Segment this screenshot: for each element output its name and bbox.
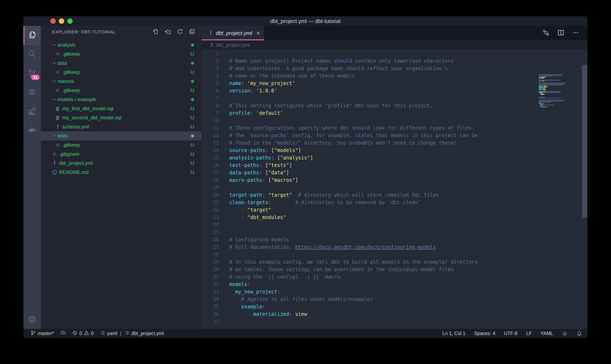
code-line-6[interactable]: 6version: '1.0.0' <box>202 87 587 94</box>
minimap-line <box>543 91 545 92</box>
activity-extensions[interactable] <box>23 102 41 121</box>
minimap[interactable] <box>538 73 582 110</box>
code-line-15[interactable]: 15analysis-paths: ["analysis"] <box>202 154 587 162</box>
activity-debug[interactable] <box>23 83 41 102</box>
code-line-19[interactable]: 19 <box>202 184 587 191</box>
code-line-7[interactable]: 7 <box>202 94 587 102</box>
code-line-4[interactable]: 4# name or the intended use of these mod… <box>202 72 587 80</box>
code-line-16[interactable]: 16test-paths: ["tests"] <box>202 162 587 169</box>
tree-item--gitignore[interactable]: .gitignoreU <box>41 150 202 159</box>
eol-sequence[interactable]: LF <box>526 331 532 336</box>
minimap-line <box>539 103 541 104</box>
code-line-18[interactable]: 18macro-paths: ["macros"] <box>202 176 587 184</box>
code-line-24[interactable]: 24 <box>202 221 587 229</box>
minimap-line <box>539 100 565 101</box>
minimize-window-button[interactable] <box>59 18 64 24</box>
tree-item-macros[interactable]: macros <box>41 77 202 86</box>
code-line-3[interactable]: 3# and underscores. A good package name … <box>202 65 587 72</box>
close-window-button[interactable] <box>50 18 56 24</box>
code-line-30[interactable]: 30# as tables. These settings can be ove… <box>202 266 587 273</box>
git-branch-item[interactable]: master* <box>30 330 54 337</box>
code-line-1[interactable]: 1 <box>202 50 587 57</box>
yaml-warning-icon: ! <box>209 30 212 36</box>
breadcrumb-file[interactable]: dbt_project.yml <box>216 42 250 48</box>
tree-item-data[interactable]: data <box>41 59 202 68</box>
code-line-29[interactable]: 29# In this example config, we tell dbt … <box>202 258 587 266</box>
code-line-26[interactable]: 26# Configuring models <box>202 236 587 243</box>
code-editor[interactable]: 12# Name your project! Project names sho… <box>202 50 587 329</box>
editor-scrollbar-thumb[interactable] <box>582 65 587 218</box>
code-line-37[interactable]: 37 <box>202 318 587 325</box>
more-actions-icon[interactable] <box>572 29 580 37</box>
tab-dbt-project-yml[interactable]: ! dbt_project.yml × <box>202 26 264 40</box>
indentation[interactable]: Spaces: 4 <box>474 331 495 336</box>
tree-item-dbt-project-yml[interactable]: !dbt_project.ymlU <box>41 159 202 168</box>
code-line-22[interactable]: 22 - "target" <box>202 206 587 214</box>
line-number: 7 <box>202 94 219 102</box>
modified-dot <box>191 80 194 83</box>
code-line-12[interactable]: 12# The `source-paths` config, for examp… <box>202 132 587 139</box>
line-number: 29 <box>202 258 219 266</box>
sync-changes-item[interactable] <box>60 330 66 337</box>
problems-item[interactable]: 0 0 <box>72 330 94 337</box>
tree-item-analysis[interactable]: analysis <box>41 40 202 50</box>
split-editor-icon[interactable] <box>557 29 565 37</box>
collapse-folders-icon[interactable] <box>189 28 195 36</box>
minimap-line <box>541 78 542 78</box>
tree-item-readme-md[interactable]: README.mdU <box>41 168 202 177</box>
tree-item--gitkeep[interactable]: .gitkeepU <box>41 68 202 77</box>
code-line-9[interactable]: 9profile: 'default' <box>202 109 587 117</box>
git-file-icon <box>55 142 61 148</box>
breadcrumb[interactable]: ! dbt_project.yml <box>202 40 587 50</box>
code-line-36[interactable]: 36 materialized: view <box>202 311 587 318</box>
activity-docker[interactable] <box>23 121 41 140</box>
code-line-23[interactable]: 23 - "dbt_modules" <box>202 214 587 221</box>
code-line-35[interactable]: 35 example: <box>202 303 587 311</box>
code-line-32[interactable]: 32models: <box>202 281 587 288</box>
code-line-10[interactable]: 10 <box>202 117 587 124</box>
code-line-17[interactable]: 17data-paths: ["data"] <box>202 169 587 176</box>
language-mode[interactable]: YAML <box>540 331 553 336</box>
code-line-13[interactable]: 13# found in the "models/" directory. Yo… <box>202 139 587 147</box>
tree-item-my-second-dbt-model-sql[interactable]: my_second_dbt_model.sqlU <box>41 113 202 122</box>
new-file-icon[interactable] <box>152 28 159 36</box>
line-text: example: <box>229 303 265 311</box>
open-changes-icon[interactable] <box>542 29 550 37</box>
active-file-item[interactable]: dbt_project.yml <box>124 330 164 337</box>
code-line-21[interactable]: 21clean-targets: # directories to be rem… <box>202 199 587 206</box>
zoom-window-button[interactable] <box>67 18 73 24</box>
code-line-27[interactable]: 27# Full documentation: https://docs.get… <box>202 243 587 251</box>
yaml-mode-item[interactable]: yaml <box>100 330 117 337</box>
code-line-28[interactable]: 28 <box>202 251 587 258</box>
activity-source-control[interactable]: 11 <box>23 64 41 83</box>
tree-item-my-first-dbt-model-sql[interactable]: my_first_dbt_model.sqlU <box>41 104 202 113</box>
feedback-smiley-icon[interactable]: ☺ <box>562 330 568 336</box>
activity-settings[interactable]: ⚙ <box>23 310 41 329</box>
tree-item--gitkeep[interactable]: .gitkeepU <box>41 141 202 150</box>
refresh-icon[interactable] <box>177 28 183 36</box>
close-tab-icon[interactable]: × <box>256 30 260 37</box>
code-line-8[interactable]: 8# This setting configures which "profil… <box>202 102 587 109</box>
code-line-31[interactable]: 31# using the `{{ config(...) }}` macro. <box>202 273 587 281</box>
tree-item-tests[interactable]: tests <box>41 131 202 141</box>
tree-item-schema-yml[interactable]: !schema.ymlU <box>41 122 202 131</box>
line-number: 30 <box>202 266 219 273</box>
minimap-line <box>539 89 542 90</box>
cursor-position[interactable]: Ln 1, Col 1 <box>442 331 465 336</box>
encoding[interactable]: UTF-8 <box>504 331 517 336</box>
code-line-5[interactable]: 5name: 'my_new_project' <box>202 80 587 87</box>
code-line-11[interactable]: 11# These configurations specify where d… <box>202 124 587 132</box>
code-line-2[interactable]: 2# Name your project! Project names shou… <box>202 57 587 65</box>
activity-explorer[interactable] <box>23 26 41 45</box>
notifications-bell-icon[interactable] <box>576 331 582 336</box>
code-line-33[interactable]: 33 my_new_project: <box>202 288 587 296</box>
code-line-25[interactable]: 25 <box>202 229 587 236</box>
activity-search[interactable] <box>23 45 41 64</box>
tree-item-models-example[interactable]: models / example <box>41 95 202 104</box>
code-line-20[interactable]: 20target-path: "target" # directory whic… <box>202 191 587 199</box>
new-folder-icon[interactable] <box>165 28 171 36</box>
code-line-34[interactable]: 34 # Applies to all files under models/e… <box>202 296 587 303</box>
tree-item--gitkeep[interactable]: .gitkeepU <box>41 86 202 95</box>
code-line-14[interactable]: 14source-paths: ["models"] <box>202 147 587 154</box>
tree-item--gitkeep[interactable]: .gitkeepU <box>41 50 202 59</box>
